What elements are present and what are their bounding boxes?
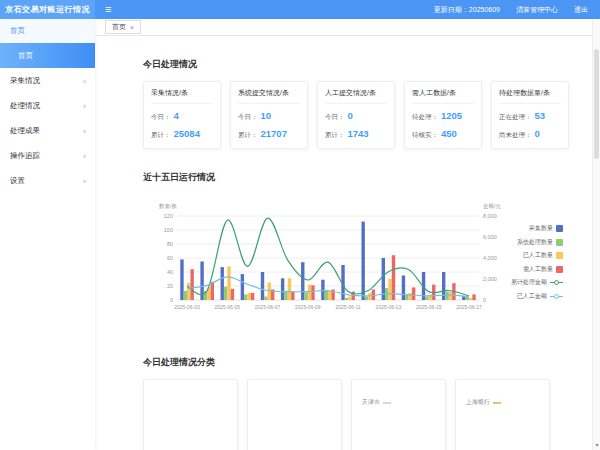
svg-text:8,000: 8,000 xyxy=(483,213,497,219)
app-title: 京石交易对账运行情况 xyxy=(0,0,95,19)
stat-label: 今日： xyxy=(238,113,258,122)
legend-line-icon xyxy=(550,279,563,286)
update-date: 更新日期：20250609 xyxy=(434,5,500,15)
legend-item[interactable]: 需人工数量 xyxy=(511,265,563,274)
chevron-down-icon: ∨ xyxy=(82,102,87,108)
legend-label: 已人工金额 xyxy=(517,292,547,301)
chevron-down-icon: ∨ xyxy=(82,152,87,158)
stat-label: 尚未处理： xyxy=(499,131,532,140)
svg-text:2025-06-05: 2025-06-05 xyxy=(215,304,241,310)
stat-value: 0 xyxy=(348,110,353,121)
fifteen-day-chart-wrap: 02040608010012002,0004,0006,0008,000数量/条… xyxy=(143,198,563,326)
stat-value: 4 xyxy=(174,110,179,121)
svg-text:数量/条: 数量/条 xyxy=(159,203,178,209)
org-name[interactable]: 清算管理中心 xyxy=(516,5,558,15)
stat-value: 21707 xyxy=(261,128,287,139)
category-card-1 xyxy=(143,379,238,450)
svg-text:2,000: 2,000 xyxy=(483,276,497,282)
svg-text:金额/元: 金额/元 xyxy=(483,203,502,209)
legend-label: 累计处理金额 xyxy=(511,278,547,287)
legend-item[interactable]: 系统处理数量 xyxy=(511,238,563,247)
legend-item[interactable]: 已人工金额 xyxy=(511,292,563,301)
stat-label: 待处理： xyxy=(412,113,438,122)
stat-value: 0 xyxy=(535,128,540,139)
top-bar: 京石交易对账运行情况 ≡ 更新日期：20250609 清算管理中心 退出 xyxy=(0,0,600,19)
tab-bar: 首页 × xyxy=(95,19,600,36)
stat-card-need-manual: 需人工数据/条 待处理：1205 待核实：450 xyxy=(404,81,482,149)
pie-legend-tianjin[interactable]: 天津市 xyxy=(362,398,391,407)
sidebar-item-results[interactable]: 处理成果 ∨ xyxy=(0,118,95,143)
stat-value: 25084 xyxy=(174,128,200,139)
stat-value: 450 xyxy=(441,128,457,139)
legend-dash-icon xyxy=(383,402,391,404)
scroll-down-icon[interactable]: ▾ xyxy=(593,441,600,448)
sidebar-item-collect[interactable]: 采集情况 ∨ xyxy=(0,68,95,93)
legend-label: 系统处理数量 xyxy=(517,238,553,247)
tab-home[interactable]: 首页 × xyxy=(105,20,141,34)
scrollbar-thumb[interactable] xyxy=(594,49,599,159)
category-card-4: 上海银行 xyxy=(455,379,550,450)
legend-line-icon xyxy=(550,293,563,300)
sidebar-item-label: 设置 xyxy=(10,176,25,186)
legend-label: 需人工数量 xyxy=(523,265,553,274)
sidebar-item-trace[interactable]: 操作追踪 ∨ xyxy=(0,143,95,168)
chart-legend: 采集数量系统处理数量已人工数量需人工数量累计处理金额已人工金额 xyxy=(511,224,563,301)
svg-text:0: 0 xyxy=(170,297,173,303)
legend-square-icon xyxy=(556,252,563,259)
stat-label: 今日： xyxy=(325,113,345,122)
category-card-2 xyxy=(247,379,342,450)
svg-text:2025-06-15: 2025-06-15 xyxy=(416,304,442,310)
sidebar-item-label: 操作追踪 xyxy=(10,151,40,161)
stat-value: 1205 xyxy=(441,110,462,121)
pie-legend-label: 天津市 xyxy=(362,398,380,407)
content-scroll-area[interactable]: 今日处理情况 采集情况/条 今日：4 累计：25084 系统提交情况/条 今日：… xyxy=(95,36,592,450)
sidebar: 首页 首页 采集情况 ∨ 处理情况 ∨ 处理成果 ∨ 操作追踪 ∨ 设置 ∨ xyxy=(0,19,95,450)
svg-text:2025-06-09: 2025-06-09 xyxy=(295,304,321,310)
svg-text:60: 60 xyxy=(167,255,173,261)
category-card-3: 天津市 xyxy=(351,379,446,450)
legend-square-icon xyxy=(556,266,563,273)
stat-card-title: 需人工数据/条 xyxy=(412,88,474,104)
section-title-today: 今日处理情况 xyxy=(143,58,582,71)
chevron-down-icon: ∨ xyxy=(82,177,87,183)
sidebar-item-label: 采集情况 xyxy=(10,76,40,86)
stat-card-sys-submit: 系统提交情况/条 今日：10 累计：21707 xyxy=(230,81,308,149)
svg-text:2025-06-13: 2025-06-13 xyxy=(376,304,402,310)
svg-text:2025-06-11: 2025-06-11 xyxy=(336,304,361,310)
legend-item[interactable]: 已人工数量 xyxy=(511,251,563,260)
sidebar-item-label: 处理成果 xyxy=(10,126,40,136)
main-area: 首页 × 今日处理情况 采集情况/条 今日：4 累计：25084 系统提交情况/… xyxy=(95,19,600,450)
stat-value: 1743 xyxy=(348,128,369,139)
legend-dash-icon xyxy=(493,402,501,404)
hamburger-icon[interactable]: ≡ xyxy=(105,0,111,19)
svg-text:120: 120 xyxy=(164,213,173,219)
close-icon[interactable]: × xyxy=(130,24,134,31)
logout-link[interactable]: 退出 xyxy=(574,5,588,15)
sidebar-item-process[interactable]: 处理情况 ∨ xyxy=(0,93,95,118)
stat-card-collect: 采集情况/条 今日：4 累计：25084 xyxy=(143,81,221,149)
svg-text:20: 20 xyxy=(167,283,173,289)
category-cards-row: 天津市 上海银行 xyxy=(143,379,582,450)
today-cards-row: 采集情况/条 今日：4 累计：25084 系统提交情况/条 今日：10 累计：2… xyxy=(143,81,582,149)
legend-item[interactable]: 累计处理金额 xyxy=(511,278,563,287)
legend-square-icon xyxy=(556,239,563,246)
stat-card-manual-submit: 人工提交情况/条 今日：0 累计：1743 xyxy=(317,81,395,149)
svg-text:40: 40 xyxy=(167,269,173,275)
sidebar-item-settings[interactable]: 设置 ∨ xyxy=(0,168,95,193)
stat-label: 今日： xyxy=(151,113,171,122)
pie-legend-bank[interactable]: 上海银行 xyxy=(466,398,501,407)
section-title-category: 今日处理情况分类 xyxy=(143,356,582,369)
vertical-scrollbar[interactable]: ▾ xyxy=(592,19,600,450)
stat-card-title: 待处理数据量/条 xyxy=(499,88,561,104)
fifteen-day-chart: 02040608010012002,0004,0006,0008,000数量/条… xyxy=(143,198,513,326)
svg-text:6,000: 6,000 xyxy=(483,234,497,240)
chevron-down-icon: ∨ xyxy=(82,77,87,83)
legend-square-icon xyxy=(556,225,563,232)
stat-label: 累计： xyxy=(325,131,345,140)
stat-card-title: 系统提交情况/条 xyxy=(238,88,300,104)
legend-item[interactable]: 采集数量 xyxy=(511,224,563,233)
pie-legend-label: 上海银行 xyxy=(466,398,490,407)
stat-label: 累计： xyxy=(238,131,258,140)
sidebar-item-home-parent[interactable]: 首页 xyxy=(0,19,95,43)
sidebar-item-home-active[interactable]: 首页 xyxy=(0,43,95,68)
